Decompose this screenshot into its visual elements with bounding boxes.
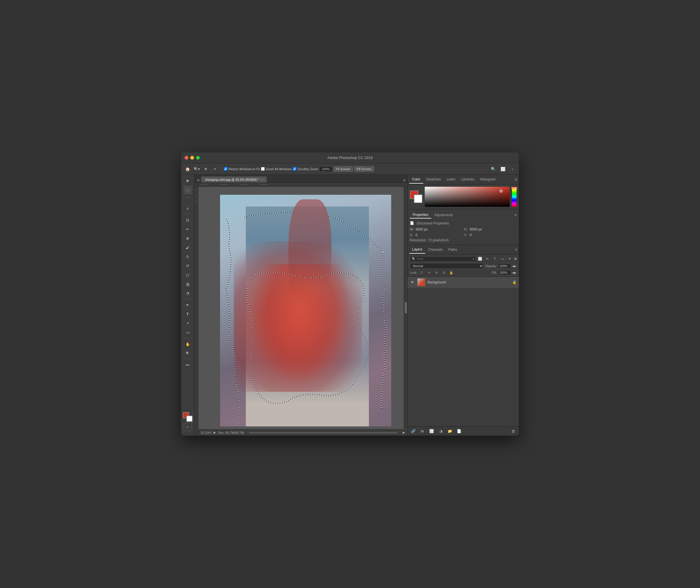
- x-label: X:: [410, 233, 415, 237]
- lock-artboard-icon[interactable]: ⊡: [441, 270, 447, 275]
- background-color-swatch[interactable]: [186, 416, 193, 422]
- tab-swatches[interactable]: Swatches: [423, 176, 444, 184]
- color-spectrum-bar[interactable]: [512, 187, 517, 207]
- left-ruler-handle: [194, 183, 198, 436]
- lock-all-icon[interactable]: 🔒: [449, 270, 454, 275]
- link-layers-button[interactable]: 🔗: [410, 428, 417, 435]
- panel-collapse-right[interactable]: ≡: [402, 178, 407, 182]
- tab-color[interactable]: Color: [409, 176, 423, 184]
- fx-button[interactable]: fx: [419, 428, 426, 435]
- shape-tool[interactable]: ▭: [183, 328, 192, 337]
- blend-mode-select[interactable]: Normal: [410, 263, 484, 269]
- lock-transparent-icon[interactable]: ⬡: [419, 270, 424, 275]
- workspace-button[interactable]: ⬜: [499, 165, 507, 173]
- document-tab-active[interactable]: changing-color.jpg @ 33.3% (RGB/8) * ✕: [201, 176, 266, 182]
- filter-pixel-icon[interactable]: ⬜: [477, 256, 483, 262]
- properties-panel-menu-icon[interactable]: ≡: [515, 213, 517, 217]
- share-button[interactable]: ↑: [509, 165, 517, 173]
- text-tool[interactable]: T: [183, 310, 192, 318]
- layer-thumb-inner: [418, 279, 425, 286]
- delete-layer-button[interactable]: 🗑: [510, 428, 517, 435]
- stamp-tool[interactable]: ⎘: [183, 252, 192, 261]
- close-button[interactable]: [184, 156, 188, 160]
- fill-input[interactable]: [498, 270, 511, 275]
- properties-panel: Properties Adjustments ≡ 📄 Document Prop…: [408, 209, 519, 245]
- color-swatches-section: ⬡: [183, 412, 193, 434]
- minimize-button[interactable]: [190, 156, 194, 160]
- history-brush-tool[interactable]: ↺: [183, 261, 192, 270]
- zoom-in-button[interactable]: +: [202, 165, 210, 173]
- brush-tool[interactable]: 🖌: [183, 243, 192, 252]
- scrubby-zoom-checkbox[interactable]: [293, 167, 296, 171]
- layers-panel-menu-icon[interactable]: ≡: [515, 248, 517, 252]
- maximize-button[interactable]: [196, 156, 200, 160]
- resize-windows-checkbox[interactable]: [224, 167, 227, 171]
- scrubby-zoom-checkbox-item[interactable]: Scrubby Zoom: [293, 167, 318, 171]
- filter-shape-icon[interactable]: ▭: [499, 256, 505, 262]
- scroll-right-arrow[interactable]: ▶: [403, 431, 405, 434]
- horizontal-scrollbar[interactable]: [249, 432, 398, 434]
- fill-screen-button[interactable]: Fill Screen: [354, 166, 374, 172]
- tab-learn[interactable]: Learn: [444, 176, 459, 184]
- opacity-input[interactable]: [498, 263, 511, 269]
- tab-libraries[interactable]: Libraries: [458, 176, 477, 184]
- fit-screen-button[interactable]: Fit Screen: [333, 166, 353, 172]
- zoom-tool[interactable]: 🔍: [183, 349, 192, 357]
- filter-adj-icon[interactable]: ✏: [485, 256, 490, 262]
- layers-search-input[interactable]: [417, 257, 440, 261]
- zoom-out-button[interactable]: −: [211, 165, 219, 173]
- home-button[interactable]: 🏠: [183, 165, 191, 173]
- tool-sep-3: [184, 338, 192, 338]
- more-tools-button[interactable]: •••: [183, 361, 192, 369]
- zoom-percent-input[interactable]: 100%: [319, 166, 332, 172]
- bg-color-swatch[interactable]: [414, 194, 423, 203]
- marquee-tool[interactable]: ⬚: [183, 186, 192, 194]
- tab-channels[interactable]: Channels: [425, 246, 446, 253]
- create-layer-button[interactable]: 📄: [456, 428, 463, 435]
- kind-dropdown-icon[interactable]: ▾: [473, 257, 474, 261]
- tab-paths[interactable]: Paths: [446, 246, 460, 253]
- doc-icon: 📄: [410, 221, 415, 226]
- lock-brush-icon[interactable]: ✏: [427, 270, 432, 275]
- add-mask-button[interactable]: ⬜: [428, 428, 435, 435]
- layer-visibility-toggle[interactable]: 👁: [410, 280, 415, 285]
- filter-smart-icon[interactable]: ✦: [507, 256, 513, 262]
- layer-row[interactable]: 👁 Background 🔒: [408, 277, 519, 288]
- zoom-all-windows-checkbox[interactable]: [261, 167, 265, 171]
- resize-windows-checkbox-item[interactable]: Resize Windows to Fit: [224, 167, 260, 171]
- tab-properties[interactable]: Properties: [410, 212, 431, 218]
- panel-collapse-left[interactable]: ≡: [195, 178, 201, 182]
- dodge-tool[interactable]: ◔: [183, 289, 192, 297]
- fill-arrow[interactable]: ◀▶: [512, 271, 517, 274]
- lasso-tool[interactable]: ⌒: [183, 195, 192, 203]
- filter-dot[interactable]: [514, 258, 517, 260]
- path-select-tool[interactable]: ↗: [183, 319, 192, 327]
- create-group-button[interactable]: 📁: [447, 428, 453, 435]
- filter-text-icon[interactable]: T: [492, 256, 498, 262]
- tab-adjustments[interactable]: Adjustments: [431, 212, 456, 218]
- crop-tool[interactable]: ⊡: [183, 216, 192, 224]
- color-panel-menu-icon[interactable]: ≡: [515, 177, 517, 182]
- move-tool[interactable]: ✥: [183, 176, 192, 185]
- zoom-all-windows-checkbox-item[interactable]: Zoom All Windows: [261, 167, 291, 171]
- eraser-tool[interactable]: ◻: [183, 271, 192, 279]
- zoom-tool-button[interactable]: 🔍▾: [193, 165, 201, 173]
- hand-tool[interactable]: ✋: [183, 340, 192, 348]
- quick-mask-button[interactable]: ⬡: [184, 423, 192, 431]
- opacity-arrow[interactable]: ◀▶: [512, 265, 517, 268]
- quick-select-tool[interactable]: ⍟: [183, 204, 192, 212]
- lock-position-icon[interactable]: ✛: [434, 270, 439, 275]
- eyedropper-tool[interactable]: ✏: [183, 225, 192, 233]
- search-button[interactable]: 🔍: [489, 165, 497, 173]
- add-adjustment-button[interactable]: ◑: [437, 428, 444, 435]
- pen-tool[interactable]: ✒: [183, 301, 192, 309]
- gradient-tool[interactable]: ▥: [183, 280, 192, 288]
- tab-histogram[interactable]: Histogram: [477, 176, 499, 184]
- doc-tab-close[interactable]: ✕: [261, 178, 263, 181]
- traffic-lights: [184, 156, 200, 160]
- canvas-workspace[interactable]: 33.33% ▶ Doc: 68.7M/68.7M ▶: [198, 187, 407, 436]
- color-gradient-picker[interactable]: [425, 187, 510, 207]
- vertical-scrollbar[interactable]: [404, 187, 407, 429]
- tab-layers[interactable]: Layers: [409, 246, 425, 254]
- spot-heal-tool[interactable]: ⊕: [183, 234, 192, 243]
